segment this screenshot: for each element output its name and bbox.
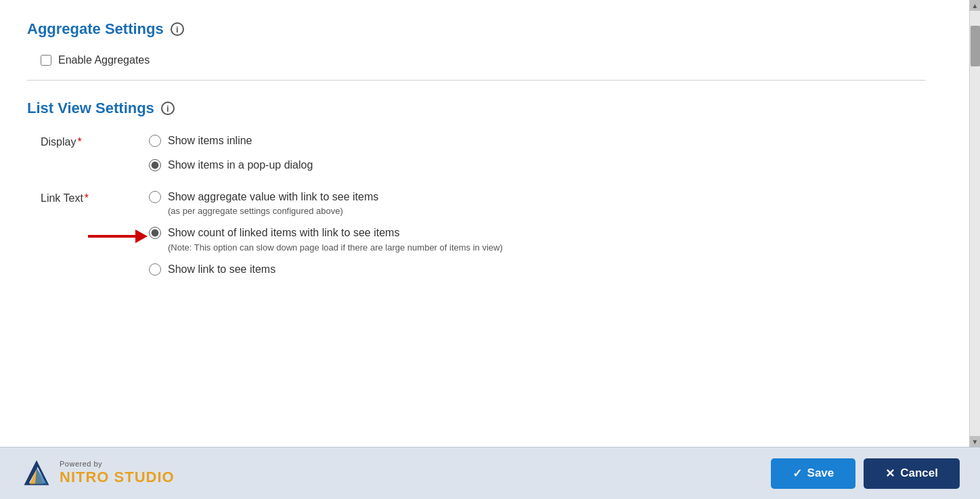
link-text-option-count: Show count of linked items with link to …	[149, 225, 503, 252]
cancel-cross-icon: ✕	[885, 467, 895, 481]
list-view-settings-title: List View Settings i	[27, 100, 926, 117]
link-text-radio-group: Show aggregate value with link to see it…	[149, 190, 503, 277]
brand-name-text: NITRO STUDIO	[60, 469, 175, 486]
nitro-logo-icon	[20, 457, 53, 490]
link-text-radio-link[interactable]	[149, 263, 161, 276]
scroll-down-arrow[interactable]: ▼	[970, 436, 981, 447]
scrollbar-thumb[interactable]	[971, 26, 980, 66]
enable-aggregates-label[interactable]: Enable Aggregates	[58, 54, 150, 66]
footer-buttons: ✓ Save ✕ Cancel	[771, 458, 960, 489]
link-text-label: Link Text*	[41, 190, 149, 204]
display-option-popup: Show items in a pop-up dialog	[149, 158, 313, 173]
scrollbar[interactable]: ▲ ▼	[969, 0, 980, 447]
link-text-aggregate-sublabel: (as per aggregate settings configured ab…	[168, 206, 378, 216]
display-inline-label[interactable]: Show items inline	[168, 133, 252, 148]
enable-aggregates-checkbox[interactable]	[41, 55, 51, 66]
section-divider	[27, 80, 926, 81]
display-radio-group: Show items inline Show items in a pop-up…	[149, 133, 313, 173]
save-checkmark-icon: ✓	[793, 467, 802, 481]
aggregate-title-text: Aggregate Settings	[27, 20, 164, 38]
link-text-count-label[interactable]: Show count of linked items with link to …	[168, 225, 503, 240]
aggregate-settings-section: Aggregate Settings i Enable Aggregates	[27, 20, 926, 66]
link-text-radio-count[interactable]	[149, 227, 161, 239]
list-view-settings-section: List View Settings i Display* Show items…	[27, 100, 926, 277]
link-text-form-row: Link Text* Show aggregate value with lin…	[27, 190, 926, 277]
display-option-inline: Show items inline	[149, 133, 313, 148]
brand-logo: Powered by NITRO STUDIO	[20, 457, 175, 490]
save-label: Save	[807, 467, 834, 480]
link-text-link-label[interactable]: Show link to see items	[168, 262, 275, 277]
link-text-aggregate-label[interactable]: Show aggregate value with link to see it…	[168, 190, 378, 204]
display-radio-popup[interactable]	[149, 159, 161, 171]
footer: Powered by NITRO STUDIO ✓ Save ✕ Cancel	[0, 447, 980, 499]
display-label: Display*	[41, 133, 149, 148]
brand-text: Powered by NITRO STUDIO	[60, 460, 175, 487]
list-view-info-icon[interactable]: i	[161, 102, 175, 115]
display-radio-inline[interactable]	[149, 135, 161, 147]
red-arrow-annotation	[88, 230, 148, 243]
link-text-radio-aggregate[interactable]	[149, 191, 161, 203]
cancel-button[interactable]: ✕ Cancel	[864, 458, 960, 489]
scroll-up-arrow[interactable]: ▲	[970, 0, 981, 11]
link-text-count-sublabel: (Note: This option can slow down page lo…	[168, 242, 503, 253]
link-text-option-link: Show link to see items	[149, 262, 503, 277]
save-button[interactable]: ✓ Save	[771, 458, 856, 489]
aggregate-info-icon[interactable]: i	[171, 22, 184, 36]
cancel-label: Cancel	[900, 467, 938, 480]
display-form-row: Display* Show items inline Show items in…	[27, 133, 926, 173]
aggregate-settings-title: Aggregate Settings i	[27, 20, 926, 38]
link-text-option-aggregate: Show aggregate value with link to see it…	[149, 190, 503, 216]
powered-by-text: Powered by	[60, 460, 175, 469]
enable-aggregates-row: Enable Aggregates	[27, 54, 926, 66]
display-popup-label[interactable]: Show items in a pop-up dialog	[168, 158, 313, 173]
list-view-title-text: List View Settings	[27, 100, 154, 117]
